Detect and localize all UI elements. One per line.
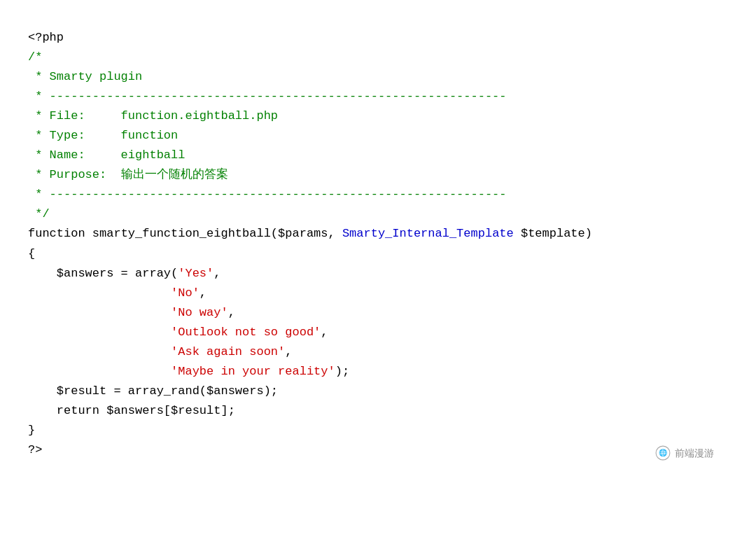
code-line: function smarty_function_eightball($para… <box>28 224 728 244</box>
code-line: 'No way', <box>28 303 728 323</box>
code-line: return $answers[$result]; <box>28 401 728 421</box>
code-token: , <box>321 326 328 339</box>
code-token <box>28 286 171 300</box>
code-token <box>28 306 171 319</box>
code-token: 'Maybe in your reality' <box>171 365 335 378</box>
code-token: $answers = array( <box>28 267 178 280</box>
code-token: 'No' <box>171 286 200 300</box>
code-block: <?php/* * Smarty plugin * --------------… <box>21 14 735 474</box>
code-token: */ <box>28 207 50 221</box>
code-token: <?php <box>28 31 64 44</box>
code-token: } <box>28 424 35 437</box>
watermark-icon: 🌐 <box>655 445 671 461</box>
code-token: * Name: eightball <box>28 148 185 162</box>
code-token <box>28 345 171 358</box>
code-line: 'Maybe in your reality'); <box>28 362 728 382</box>
code-line: $answers = array('Yes', <box>28 264 728 284</box>
code-token: * Smarty plugin <box>28 70 142 83</box>
code-line: * Purpose: 输出一个随机的答案 <box>28 165 728 185</box>
code-line: * Type: function <box>28 126 728 146</box>
code-line: * Smarty plugin <box>28 67 728 87</box>
code-token: 'Ask again soon' <box>171 345 285 358</box>
code-token: 'Outlook not so good' <box>171 326 321 339</box>
code-line: * Name: eightball <box>28 146 728 165</box>
code-token: * --------------------------------------… <box>28 188 507 201</box>
code-token: Smarty_Internal_Template <box>342 227 514 240</box>
code-token: , <box>228 306 235 319</box>
code-token: , <box>214 267 220 280</box>
code-line: */ <box>28 204 728 224</box>
code-line: } <box>28 421 728 440</box>
code-line: * File: function.eightball.php <box>28 106 728 126</box>
code-line: 'Ask again soon', <box>28 342 728 362</box>
code-line: * --------------------------------------… <box>28 87 728 106</box>
code-line: <?php <box>28 28 728 48</box>
code-token: * File: function.eightball.php <box>28 109 278 123</box>
code-token: smarty_function_eightball($params, <box>92 227 342 240</box>
code-token: 'Yes' <box>178 267 214 280</box>
code-token: function <box>28 227 92 240</box>
code-token: * Type: function <box>28 129 178 142</box>
code-token: ?> <box>28 443 42 456</box>
watermark-text: 前端漫游 <box>675 445 714 461</box>
code-token: , <box>200 286 206 300</box>
code-token: ); <box>335 365 349 378</box>
code-token: return $answers[$result]; <box>28 404 235 417</box>
code-line: * --------------------------------------… <box>28 185 728 204</box>
code-token: $result = array_rand($answers); <box>28 384 278 398</box>
code-line: $result = array_rand($answers); <box>28 382 728 401</box>
watermark: 🌐 前端漫游 <box>655 445 714 461</box>
code-line: ?> <box>28 440 728 460</box>
code-token: * --------------------------------------… <box>28 90 507 103</box>
code-lines: <?php/* * Smarty plugin * --------------… <box>28 28 728 460</box>
code-token: * Purpose: 输出一个随机的答案 <box>28 168 228 181</box>
code-token: 'No way' <box>171 306 228 319</box>
code-token: /* <box>28 50 42 64</box>
code-token: , <box>285 345 292 358</box>
code-line: 'No', <box>28 284 728 303</box>
code-token: $template) <box>514 227 592 240</box>
code-line: { <box>28 244 728 264</box>
code-token <box>28 365 171 378</box>
svg-text:🌐: 🌐 <box>659 449 668 458</box>
code-line: 'Outlook not so good', <box>28 323 728 342</box>
code-token: { <box>28 247 35 260</box>
code-token <box>28 326 171 339</box>
code-line: /* <box>28 48 728 67</box>
